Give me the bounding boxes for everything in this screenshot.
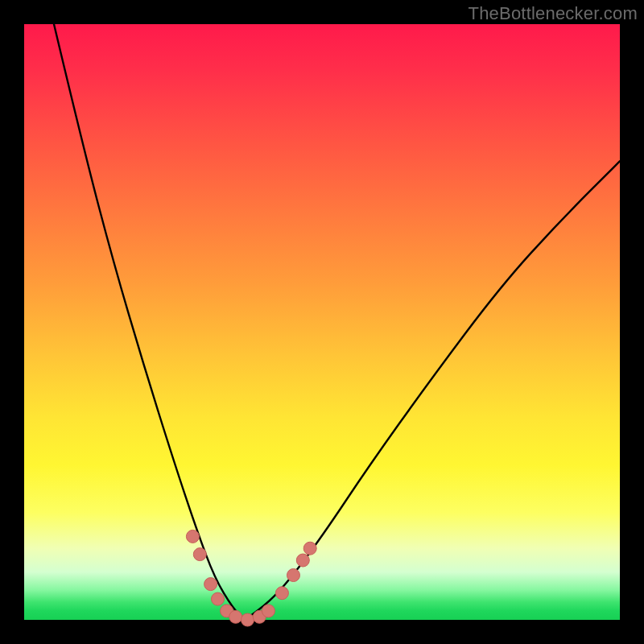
curve-marker: [296, 554, 309, 567]
curve-marker: [186, 530, 199, 543]
curve-marker: [303, 542, 316, 555]
curve-marker: [212, 592, 225, 605]
curve-marker: [204, 578, 217, 591]
curve-marker: [262, 605, 275, 617]
curve-svg: [24, 24, 620, 620]
plot-area: [24, 24, 620, 620]
bottleneck-curve-right: [245, 161, 620, 620]
bottleneck-curve-left: [54, 24, 245, 620]
curve-marker: [242, 613, 254, 626]
curve-markers: [186, 530, 316, 626]
curve-marker: [287, 569, 299, 582]
chart-stage: TheBottlenecker.com: [0, 0, 644, 644]
curve-marker: [193, 548, 206, 561]
watermark-text: TheBottlenecker.com: [469, 3, 638, 24]
curve-marker: [229, 610, 242, 623]
curve-marker: [275, 587, 288, 600]
